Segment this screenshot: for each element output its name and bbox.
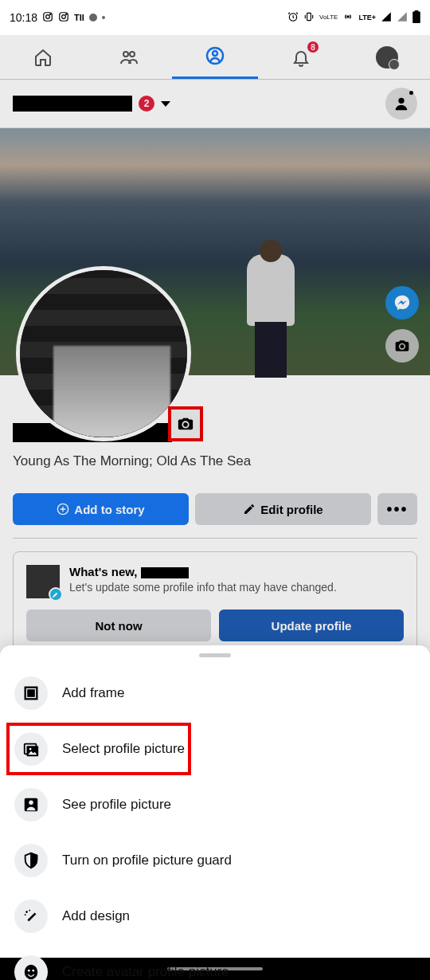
divider	[13, 538, 417, 539]
svg-point-8	[347, 16, 349, 18]
small-dot-icon	[102, 16, 105, 19]
dot-icon	[89, 14, 97, 22]
svg-rect-19	[25, 744, 37, 755]
volte-text: VoLTE	[319, 14, 338, 21]
wand-icon	[14, 900, 48, 933]
svg-rect-20	[27, 746, 39, 756]
hotspot-icon	[342, 11, 354, 24]
update-profile-button[interactable]: Update profile	[219, 610, 404, 641]
edit-profile-button[interactable]: Edit profile	[195, 493, 371, 525]
tab-menu[interactable]	[344, 35, 430, 79]
sheet-label: Add design	[62, 908, 130, 924]
profile-actions: Add to story Edit profile •••	[0, 493, 430, 538]
person-square-icon	[14, 788, 48, 821]
update-thumb	[26, 565, 60, 598]
profile-badge: 2	[139, 96, 154, 112]
status-bar: 10:18 TII VoLTE LTE+	[0, 0, 430, 35]
sheet-label: Select profile picture	[62, 741, 185, 757]
profile-picture[interactable]	[16, 266, 191, 441]
tab-notifications[interactable]: 8	[258, 35, 344, 79]
not-now-button[interactable]: Not now	[26, 610, 211, 641]
instagram-icon	[58, 11, 69, 25]
notification-badge: 8	[307, 41, 319, 53]
profile-picture-wrap	[16, 266, 199, 449]
svg-point-1	[46, 14, 50, 18]
clock: 10:18	[10, 11, 37, 24]
svg-point-28	[28, 970, 30, 972]
profile-camera-button[interactable]	[168, 406, 203, 441]
svg-point-24	[25, 911, 28, 913]
sheet-create-avatar[interactable]: Create avatar profile picture	[0, 944, 430, 980]
svg-rect-18	[28, 690, 33, 696]
sheet-picture-guard[interactable]: Turn on profile picture guard	[0, 833, 430, 888]
svg-point-27	[25, 965, 38, 979]
battery-icon	[412, 10, 420, 25]
svg-point-11	[123, 52, 128, 57]
edit-profile-label: Edit profile	[260, 503, 322, 516]
svg-point-5	[66, 14, 67, 14]
picture-icon	[14, 732, 48, 766]
svg-point-23	[29, 801, 33, 806]
add-to-story-button[interactable]: Add to story	[13, 493, 189, 525]
avatar-face-icon	[14, 955, 48, 980]
top-nav: 8	[0, 35, 430, 80]
tab-profile[interactable]	[172, 35, 258, 79]
svg-point-21	[29, 748, 32, 751]
sheet-handle[interactable]	[199, 653, 231, 657]
profile-name-redacted	[13, 96, 132, 112]
tab-friends[interactable]	[86, 35, 172, 79]
sheet-add-design[interactable]: Add design	[0, 888, 430, 944]
svg-point-2	[50, 14, 51, 14]
chevron-down-icon	[161, 101, 170, 107]
edit-avatar-button[interactable]	[385, 88, 417, 120]
messenger-button[interactable]	[385, 286, 419, 319]
svg-rect-7	[307, 13, 311, 20]
update-card: What's new, Let's update some profile in…	[13, 551, 417, 655]
svg-point-15	[398, 98, 404, 104]
vibrate-icon	[303, 11, 315, 24]
bottom-sheet: Add frame Select profile picture See pro…	[0, 645, 430, 958]
svg-point-26	[25, 914, 26, 915]
sheet-label: Create avatar profile picture	[62, 964, 229, 980]
instagram-icon	[42, 11, 53, 25]
shield-icon	[14, 844, 48, 877]
signal-icon	[381, 11, 392, 24]
update-name-redacted	[141, 567, 189, 578]
cover-subject	[239, 240, 303, 367]
svg-point-25	[29, 910, 30, 911]
svg-point-12	[130, 52, 135, 57]
sheet-add-frame[interactable]: Add frame	[0, 665, 430, 721]
update-greeting: What's new,	[69, 565, 141, 578]
svg-rect-9	[412, 12, 420, 23]
add-to-story-label: Add to story	[74, 503, 144, 516]
svg-point-14	[213, 51, 217, 56]
svg-point-4	[62, 14, 66, 18]
profile-bio: Young As The Morning; Old As The Sea	[13, 449, 417, 480]
cover-camera-button[interactable]	[385, 329, 419, 363]
sheet-label: See profile picture	[62, 797, 171, 813]
profile-switcher[interactable]: 2	[0, 80, 430, 128]
svg-rect-10	[415, 10, 419, 12]
lte-text: LTE+	[358, 14, 376, 22]
edit-badge-icon	[49, 587, 63, 602]
tu-label: TII	[74, 13, 84, 22]
alarm-icon	[287, 11, 299, 24]
sheet-see-profile-picture[interactable]: See profile picture	[0, 777, 430, 833]
sheet-label: Turn on profile picture guard	[62, 853, 232, 868]
signal-icon	[397, 11, 408, 24]
tab-home[interactable]	[0, 35, 86, 79]
sheet-label: Add frame	[62, 685, 124, 701]
menu-avatar	[376, 46, 398, 69]
frame-icon	[14, 676, 48, 710]
update-subtitle: Let's update some profile info that may …	[69, 581, 337, 594]
svg-point-29	[32, 970, 34, 972]
more-button[interactable]: •••	[377, 493, 417, 525]
sheet-select-profile-picture[interactable]: Select profile picture	[0, 721, 430, 777]
